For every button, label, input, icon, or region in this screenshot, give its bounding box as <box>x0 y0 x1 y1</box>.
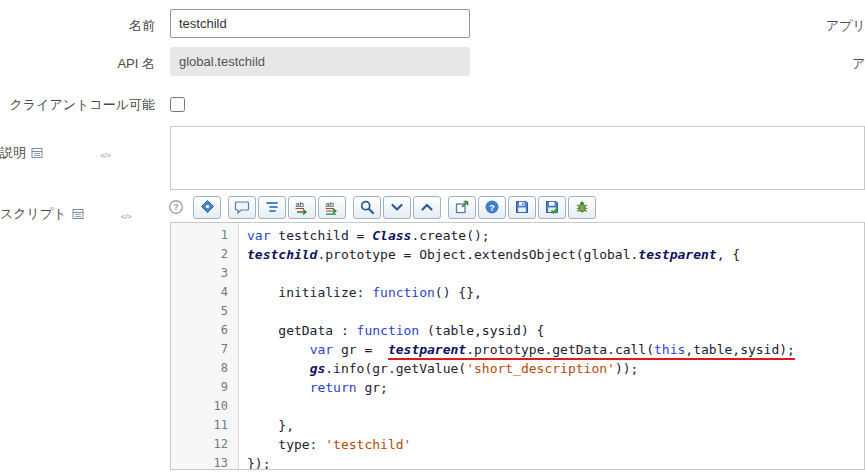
open-in-new-window-button[interactable] <box>448 196 476 219</box>
api-name-field-label: API 名 <box>0 55 155 73</box>
line-number: 5 <box>171 302 238 321</box>
toolbar-group: ? <box>166 196 186 219</box>
code-line: testchild.prototype = Object.extendsObje… <box>247 245 864 264</box>
line-number: 7 <box>171 340 238 359</box>
svg-text:?: ? <box>489 202 495 213</box>
translate-field-icon[interactable] <box>72 208 84 220</box>
floppy-check-icon <box>544 199 560 215</box>
chevron-down-icon <box>389 199 405 215</box>
toggle-syntax-editor-button[interactable] <box>193 196 221 219</box>
code-line: }); <box>247 454 864 469</box>
code-line: }, <box>247 416 864 435</box>
description-field-label: 説明 </> <box>0 144 155 162</box>
popout-icon <box>454 199 470 215</box>
code-line: var gr = testparent.prototype.getData.ca… <box>247 340 864 359</box>
help-button[interactable]: ? <box>478 196 506 219</box>
toggle-comment-button[interactable] <box>228 196 256 219</box>
find-next-button[interactable] <box>383 196 411 219</box>
format-lines-icon <box>264 199 280 215</box>
script-field-label: スクリプト </> <box>0 205 155 223</box>
magnifier-icon <box>359 199 375 215</box>
line-number: 6 <box>171 321 238 340</box>
line-number: 4 <box>171 283 238 302</box>
line-number: 12 <box>171 435 238 454</box>
svg-text:ab: ab <box>326 200 334 209</box>
name-field-label-text: 名前 <box>129 17 155 35</box>
line-number: 11 <box>171 416 238 435</box>
api-name-value: global.testchild <box>170 47 470 76</box>
client-callable-checkbox[interactable] <box>170 97 185 112</box>
line-number: 10 <box>171 397 238 416</box>
save-button[interactable] <box>508 196 536 219</box>
help-circle-icon: ? <box>168 199 184 215</box>
code-line <box>247 264 864 283</box>
script-field-label-text: スクリプト <box>0 205 67 223</box>
description-textarea[interactable] <box>170 126 865 190</box>
name-input[interactable] <box>170 9 470 38</box>
chevron-up-icon <box>419 199 435 215</box>
translate-field-icon[interactable] <box>31 147 43 159</box>
code-line <box>247 397 864 416</box>
line-number: 3 <box>171 264 238 283</box>
toolbar-group: abab <box>228 196 346 219</box>
format-code-button[interactable] <box>258 196 286 219</box>
code-line: var testchild = Class.create(); <box>247 226 864 245</box>
comment-bubble-icon <box>234 199 250 215</box>
api-name-field-label-text: API 名 <box>117 55 155 73</box>
line-number: 2 <box>171 245 238 264</box>
application-field-label: アプリ <box>826 17 865 35</box>
toolbar-group <box>353 196 441 219</box>
find-previous-button[interactable] <box>413 196 441 219</box>
help-filled-icon: ? <box>484 199 500 215</box>
client-callable-field-label-text: クライアントコール可能 <box>10 96 155 114</box>
code-line: return gr; <box>247 378 864 397</box>
svg-text:ab: ab <box>296 200 304 209</box>
replace-all-icon: ab <box>324 199 340 215</box>
code-tag-icon[interactable]: </> <box>89 209 155 220</box>
application-field-label-2: ア <box>852 55 865 73</box>
description-field-label-text: 説明 <box>0 144 26 162</box>
toolbar-group: ? <box>448 196 596 219</box>
field-help-button[interactable]: ? <box>166 196 186 219</box>
script-debugger-button[interactable] <box>568 196 596 219</box>
code-line: initialize: function() {}, <box>247 283 864 302</box>
editor-code[interactable]: var testchild = Class.create();testchild… <box>239 223 864 469</box>
svg-text:</>: </> <box>121 212 131 220</box>
code-line: gs.info(gr.getValue('short_description')… <box>247 359 864 378</box>
script-toolbar: ?abab? <box>166 194 596 220</box>
syntax-tag-icon <box>199 199 215 215</box>
svg-text:?: ? <box>173 202 179 212</box>
name-field-label: 名前 <box>0 17 155 35</box>
editor-gutter: 12345678910111213 <box>171 223 239 469</box>
script-include-form: 名前 API 名 global.testchild クライアントコール可能 説明… <box>0 0 865 476</box>
replace-icon: ab <box>294 199 310 215</box>
code-tag-icon[interactable]: </> <box>48 148 155 159</box>
client-callable-field-label: クライアントコール可能 <box>0 96 155 114</box>
code-line: type: 'testchild' <box>247 435 864 454</box>
line-number: 1 <box>171 226 238 245</box>
script-editor: 12345678910111213 var testchild = Class.… <box>170 222 865 470</box>
search-button[interactable] <box>353 196 381 219</box>
line-number: 8 <box>171 359 238 378</box>
floppy-icon <box>514 199 530 215</box>
svg-text:</>: </> <box>100 151 110 159</box>
replace-all-button[interactable]: ab <box>318 196 346 219</box>
line-number: 9 <box>171 378 238 397</box>
code-line: getData : function (table,sysid) { <box>247 321 864 340</box>
replace-button[interactable]: ab <box>288 196 316 219</box>
code-line <box>247 302 864 321</box>
toolbar-group <box>193 196 221 219</box>
check-syntax-button[interactable] <box>538 196 566 219</box>
bug-icon <box>574 199 590 215</box>
line-number: 13 <box>171 454 238 470</box>
